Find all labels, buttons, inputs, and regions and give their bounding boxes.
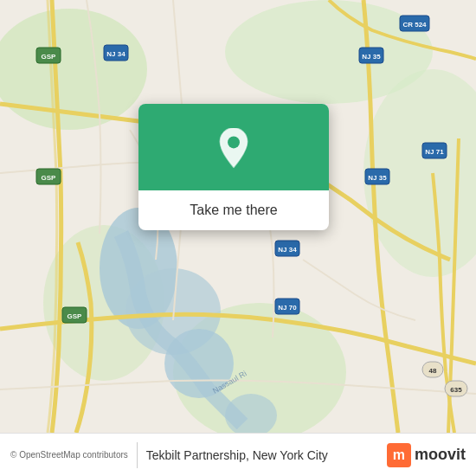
- svg-point-35: [228, 137, 240, 149]
- svg-text:NJ 35: NJ 35: [362, 53, 381, 61]
- svg-text:CR 524: CR 524: [402, 21, 427, 29]
- svg-text:NJ 34: NJ 34: [278, 246, 297, 254]
- svg-text:NJ 35: NJ 35: [368, 174, 387, 182]
- location-card: Take me there: [138, 104, 329, 230]
- take-me-there-button[interactable]: Take me there: [156, 203, 312, 218]
- svg-text:NJ 70: NJ 70: [278, 304, 297, 312]
- svg-text:GSP: GSP: [68, 312, 83, 320]
- svg-text:48: 48: [429, 367, 437, 375]
- location-pin-icon: [211, 128, 256, 173]
- svg-text:635: 635: [450, 386, 462, 394]
- moovit-logo: m moovit: [387, 443, 466, 467]
- bottom-bar: © OpenStreetMap contributors Tekbilt Par…: [0, 433, 476, 476]
- location-name: Tekbilt Partnership, New York City: [146, 448, 378, 462]
- svg-text:GSP: GSP: [42, 174, 57, 182]
- svg-text:NJ 34: NJ 34: [106, 50, 125, 58]
- svg-text:GSP: GSP: [42, 53, 57, 61]
- card-footer[interactable]: Take me there: [138, 190, 329, 230]
- svg-text:NJ 71: NJ 71: [425, 148, 444, 156]
- divider: [137, 442, 138, 468]
- card-header: [138, 104, 329, 190]
- osm-attribution: © OpenStreetMap contributors: [10, 450, 128, 460]
- moovit-icon: m: [387, 443, 411, 467]
- moovit-label: moovit: [415, 446, 466, 464]
- map-container: GSP GSP GSP NJ 34 NJ 34 NJ 35 NJ 35 NJ 7…: [0, 0, 476, 433]
